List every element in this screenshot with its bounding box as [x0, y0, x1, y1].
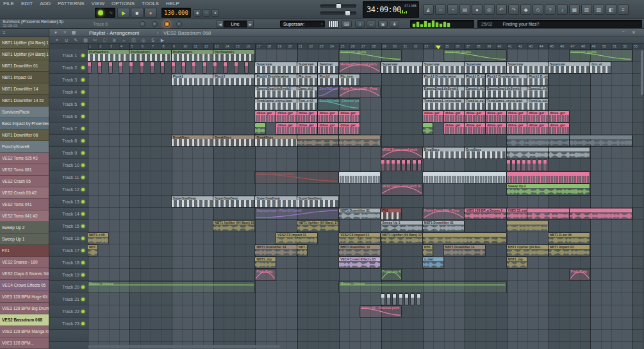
- audio-clip[interactable]: NBT1 Uplifter (04 Bars) 17: [297, 221, 338, 232]
- audio-clip[interactable]: [549, 148, 590, 158]
- loop-record-icon[interactable]: ◎: [484, 4, 495, 15]
- drum-hit-clip[interactable]: [245, 62, 248, 73]
- redo-icon[interactable]: ↷: [508, 4, 519, 15]
- audio-clip[interactable]: dblue..ger: [297, 111, 318, 122]
- audio-clip[interactable]: Sweep Up 1: [381, 221, 422, 232]
- track-header[interactable]: Track 16: [49, 232, 88, 244]
- audio-clip[interactable]: NBT1 Downlifter 01: [339, 209, 380, 219]
- collapse-icon[interactable]: ⌃: [620, 30, 627, 36]
- track-header[interactable]: Track 18: [49, 257, 88, 269]
- drum-hit-clip[interactable]: [386, 160, 390, 171]
- audio-clip[interactable]: V0E3 128 BP..g Drums 2 ›: [465, 209, 506, 219]
- grid-icon[interactable]: ▦: [70, 30, 78, 36]
- audio-clip[interactable]: dblue..ger: [507, 111, 527, 122]
- mute-icon[interactable]: ⊘: [110, 37, 119, 43]
- track-enable-led-icon[interactable]: [81, 78, 85, 81]
- track-enable-led-icon[interactable]: [81, 249, 85, 252]
- play-button[interactable]: ▶: [117, 8, 130, 18]
- drum-hit-clip[interactable]: [161, 62, 164, 73]
- audio-clip[interactable]: dblue..ger: [423, 111, 443, 122]
- sample-item[interactable]: Sweep Up 2: [0, 222, 49, 234]
- audio-clip[interactable]: [570, 209, 632, 219]
- track-enable-led-icon[interactable]: [81, 261, 85, 264]
- drum-hit-clip[interactable]: [399, 294, 402, 305]
- drum-hit-clip[interactable]: [405, 294, 408, 305]
- automation-clip[interactable]: Fruity Free..340) - Freq: [423, 209, 464, 219]
- menu-file[interactable]: FILE: [3, 1, 14, 6]
- drum-hit-clip[interactable]: [418, 160, 421, 171]
- menu-chevron-icon[interactable]: [176, 21, 182, 27]
- track-header[interactable]: Track 2: [49, 62, 88, 74]
- pattern-clip[interactable]: Dannic0..feSynth: [465, 87, 485, 98]
- sample-item[interactable]: V0E3 128 BPM Big Drums 2: [0, 303, 49, 314]
- sample-item[interactable]: V0E3 128 BPM...: [0, 337, 49, 349]
- stop-button[interactable]: ■: [131, 8, 144, 18]
- pattern-clip[interactable]: SuperSawDeep: [172, 196, 213, 207]
- audio-clip[interactable]: [507, 172, 590, 183]
- menu-view[interactable]: VIEW: [92, 1, 104, 6]
- sample-item[interactable]: VES2 Snares - 189: [0, 257, 49, 268]
- automation-clip[interactable]: 3xOsc #3 - Channel pitch: [360, 306, 401, 317]
- audio-clip[interactable]: dblue..ger: [527, 111, 548, 122]
- track-header[interactable]: Track 5: [49, 98, 88, 110]
- track-enable-led-icon[interactable]: [81, 164, 85, 167]
- audio-clip[interactable]: [527, 209, 568, 219]
- automation-clip[interactable]: HardwellSqu..nnel pitch: [339, 62, 380, 73]
- track-enable-led-icon[interactable]: [81, 66, 85, 69]
- pattern-clip[interactable]: Tomk1a..ou.lead: [465, 99, 485, 110]
- drum-hit-clip[interactable]: [392, 160, 395, 171]
- wait-toggle-icon[interactable]: ○: [202, 9, 210, 17]
- track-enable-led-icon[interactable]: [81, 188, 85, 191]
- drum-hit-clip[interactable]: [381, 160, 384, 171]
- help-icon[interactable]: ?: [545, 4, 556, 15]
- pattern-clip[interactable]: Tomk1amie..oryou.lead: [486, 99, 527, 110]
- settings-icon[interactable]: ≡: [618, 4, 629, 15]
- down-chevron-icon[interactable]: ≡: [61, 30, 69, 36]
- master-volume-slider[interactable]: [320, 12, 356, 15]
- sample-item[interactable]: PunchySnare8: [0, 141, 49, 153]
- audio-clip[interactable]: NBT1 Uplifter (04 Bars) 15: [213, 221, 254, 232]
- audio-clip[interactable]: NBT1 Downlifter 14: [255, 245, 296, 256]
- menu-add[interactable]: ADD: [40, 1, 51, 6]
- track-header[interactable]: Track 13: [49, 196, 88, 208]
- pattern-clip[interactable]: Supersaw: [423, 62, 464, 73]
- snap-magnet-icon[interactable]: ∪: [355, 21, 365, 28]
- track-header[interactable]: Track 10: [49, 159, 88, 171]
- drum-hit-clip[interactable]: [538, 160, 541, 171]
- automation-clip[interactable]: Tomk1am..olume: [339, 50, 401, 61]
- brush-icon[interactable]: ▨: [81, 37, 90, 43]
- master-volume-thumb[interactable]: [345, 10, 351, 16]
- track-header[interactable]: Track 4: [49, 86, 88, 98]
- pattern-clip[interactable]: DannicDearLifeSynth3: [423, 87, 464, 98]
- track-enable-led-icon[interactable]: [81, 54, 85, 57]
- sample-item[interactable]: NBT1 Downlifter 06: [0, 130, 49, 141]
- automation-clip[interactable]: Zero76Synth - Channel..: [318, 87, 338, 98]
- audio-clip[interactable]: dblue..ger: [339, 111, 359, 122]
- overdub-toggle-icon[interactable]: ●: [211, 9, 219, 17]
- pattern-clip[interactable]: Dannic0..feSynth: [527, 87, 548, 98]
- track-enable-led-icon[interactable]: [81, 298, 85, 301]
- sample-item[interactable]: Sweep Up 1: [0, 234, 49, 245]
- prev-shape-arrow-icon[interactable]: ◀: [217, 21, 224, 28]
- pattern-clip[interactable]: Supersaw: [507, 62, 548, 73]
- automation-clip[interactable]: Master - Volume: [339, 282, 506, 293]
- metronome-toggle-icon[interactable]: ◆: [194, 9, 201, 17]
- audio-clip[interactable]: [507, 221, 548, 232]
- track-enable-led-icon[interactable]: [81, 103, 85, 106]
- blend-record-icon[interactable]: ●: [472, 4, 483, 15]
- pattern-clip[interactable]: DannicDearLifeSynth3: [255, 87, 296, 98]
- drum-hit-clip[interactable]: [413, 160, 416, 171]
- pattern-clip[interactable]: Supersaw: [465, 62, 506, 73]
- pencil-icon[interactable]: ✎: [72, 37, 80, 43]
- menu-patterns[interactable]: PATTERNS: [58, 1, 84, 6]
- audio-clip[interactable]: [507, 148, 548, 158]
- track-enable-led-icon[interactable]: [81, 200, 85, 203]
- drum-hit-clip[interactable]: [119, 62, 122, 73]
- audio-clip[interactable]: NBT1 Downlifter 01: [423, 221, 464, 232]
- audio-clip[interactable]: [255, 123, 265, 134]
- pattern-clip[interactable]: Supersaw: [297, 62, 318, 73]
- audio-clip[interactable]: V0E3 12..rums 2: [507, 209, 527, 219]
- audio-clip[interactable]: dblue..ger: [444, 123, 465, 134]
- master-pitch-thumb[interactable]: [336, 3, 342, 9]
- audio-clip[interactable]: dblue..ger: [276, 123, 297, 134]
